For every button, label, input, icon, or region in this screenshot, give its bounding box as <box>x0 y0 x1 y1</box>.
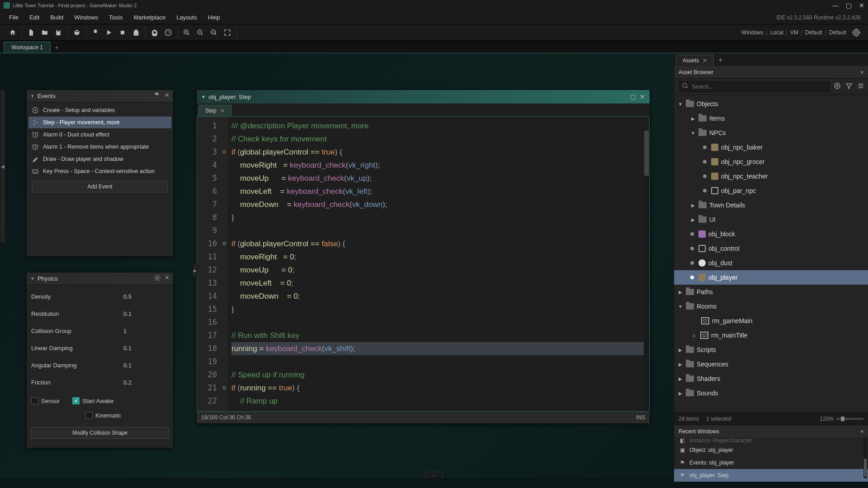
recent-item-events[interactable]: ⚑Events: obj_player <box>674 456 868 469</box>
save-icon[interactable] <box>53 27 64 38</box>
tree-obj-player[interactable]: obj_player <box>674 270 868 285</box>
menu-icon[interactable] <box>857 82 864 91</box>
home-icon[interactable] <box>7 27 18 38</box>
physics-linear-value[interactable]: 0.1 <box>123 345 169 352</box>
tab-close-icon[interactable]: ✕ <box>703 57 707 64</box>
close-button[interactable]: ✕ <box>859 2 864 9</box>
modify-collision-button[interactable]: Modify Collision Shape <box>31 427 169 439</box>
maximize-button[interactable]: ▢ <box>846 2 852 9</box>
chevron-down-icon[interactable]: ▾ <box>861 69 863 75</box>
bottom-panel-handle[interactable]: ︿ <box>425 472 443 478</box>
tree-scripts[interactable]: ▶Scripts <box>674 343 868 357</box>
tree-npcs[interactable]: ▼NPCs <box>674 126 868 140</box>
target-config[interactable]: Windows| Local| VM| Default| Default <box>741 28 864 37</box>
close-icon[interactable]: ✕ <box>165 274 170 283</box>
physics-restitution-value[interactable]: 0.1 <box>123 310 169 317</box>
menu-tools[interactable]: Tools <box>104 12 128 23</box>
menu-build[interactable]: Build <box>45 12 69 23</box>
tree-npc-teacher[interactable]: obj_npc_teacher <box>674 169 868 183</box>
code-editor-body[interactable]: ▶ 12345678910111213141516171819202122 ⊟⊟… <box>197 116 650 412</box>
tree-objects[interactable]: ▼Objects <box>674 97 868 111</box>
tree-obj-block[interactable]: obj_block <box>674 227 868 241</box>
fold-gutter[interactable]: ⊟⊟⊟ <box>221 117 228 411</box>
tree-rm-maintitle[interactable]: ⌂rm_mainTitle <box>674 328 868 343</box>
workspace-tab-1[interactable]: Workspace 1 <box>4 42 51 53</box>
package-icon[interactable] <box>71 27 82 38</box>
physics-friction-value[interactable]: 0.2 <box>123 379 169 386</box>
physics-panel-header[interactable]: ▼ Physics ✕ <box>27 272 173 285</box>
tree-town-details[interactable]: ▶Town Details <box>674 198 868 212</box>
tree-obj-control[interactable]: obj_control <box>674 241 868 256</box>
kinematic-checkbox[interactable]: Kinematic <box>85 412 121 419</box>
left-panel-handle[interactable]: ◀ <box>0 89 5 243</box>
recent-scrollbar[interactable] <box>863 437 867 478</box>
menu-help[interactable]: Help <box>203 12 226 23</box>
event-item-create[interactable]: Create - Setup and variables <box>28 104 171 116</box>
recent-item-instance[interactable]: ◧Instance: PlayerCharacter <box>674 437 868 444</box>
code-editor-header[interactable]: ▼ obj_player: Step ▢ ✕ <box>197 90 650 103</box>
event-item-alarm1[interactable]: Alarm 1 - Remove items when appropriate <box>28 141 171 153</box>
event-item-keypress[interactable]: Key Press - Space - Context-sensitive ac… <box>28 165 171 177</box>
add-asset-icon[interactable] <box>834 82 841 91</box>
menu-edit[interactable]: Edit <box>24 12 45 23</box>
stop-icon[interactable] <box>117 27 128 38</box>
physics-angular-value[interactable]: 0.1 <box>123 362 169 369</box>
tree-npc-baker[interactable]: obj_npc_baker <box>674 140 868 155</box>
close-icon[interactable]: ✕ <box>640 93 645 100</box>
tree-npc-grocer[interactable]: obj_npc_grocer <box>674 155 868 169</box>
tab-close-icon[interactable]: ✕ <box>220 108 225 114</box>
start-awake-checkbox[interactable]: Start Awake <box>72 397 113 404</box>
event-item-draw[interactable]: Draw - Draw player and shadow <box>28 153 171 165</box>
sensor-checkbox[interactable]: Sensor <box>31 397 60 404</box>
settings-icon[interactable] <box>149 27 160 38</box>
tree-paths[interactable]: ▶Paths <box>674 285 868 299</box>
new-file-icon[interactable] <box>26 27 37 38</box>
open-folder-icon[interactable] <box>39 27 50 38</box>
close-icon[interactable]: ✕ <box>165 92 170 100</box>
flag-icon[interactable] <box>154 92 161 100</box>
event-item-alarm0[interactable]: Alarm 0 - Dust cloud effect <box>28 129 171 141</box>
tree-sounds[interactable]: ▶Sounds <box>674 386 868 400</box>
help-icon[interactable]: ? <box>163 27 174 38</box>
play-icon[interactable] <box>104 27 114 38</box>
tree-items[interactable]: ▶Items <box>674 111 868 126</box>
zoom-reset-icon[interactable]: 1:1 <box>208 27 219 38</box>
tree-shaders[interactable]: ▶Shaders <box>674 371 868 386</box>
assets-tab-add[interactable]: + <box>714 54 727 66</box>
code-content[interactable]: /// @description Player movement, more//… <box>228 117 649 411</box>
menu-layouts[interactable]: Layouts <box>171 12 203 23</box>
zoom-slider[interactable] <box>836 418 863 420</box>
gear-icon[interactable] <box>154 274 161 283</box>
zoom-in-icon[interactable] <box>181 27 192 38</box>
search-input[interactable] <box>692 84 827 90</box>
tree-ui[interactable]: ▶UI <box>674 212 868 227</box>
menu-windows[interactable]: Windows <box>69 12 104 23</box>
expand-icon[interactable] <box>222 27 233 38</box>
add-event-button[interactable]: Add Event <box>32 181 168 192</box>
minimize-button[interactable]: — <box>832 2 839 9</box>
workspace-tab-add[interactable]: + <box>51 42 63 53</box>
tree-sequences[interactable]: ▶Sequences <box>674 357 868 371</box>
tree-rm-gamemain[interactable]: rm_gameMain <box>674 314 868 328</box>
code-scrollbar[interactable] <box>644 130 649 410</box>
code-tab-step[interactable]: Step ✕ <box>198 105 231 116</box>
recent-windows-header[interactable]: Recent Windows ▾ <box>674 425 868 437</box>
menu-file[interactable]: File <box>4 12 24 23</box>
asset-browser-header[interactable]: Asset Browser ▾ <box>674 66 868 79</box>
tree-rooms[interactable]: ▼Rooms <box>674 299 868 314</box>
maximize-icon[interactable]: ▢ <box>630 93 636 100</box>
tree-par-npc[interactable]: obj_par_npc <box>674 183 868 198</box>
recent-item-object[interactable]: ▣Object: obj_player <box>674 444 868 456</box>
code-side-handle[interactable]: ▶ <box>193 264 197 277</box>
clean-icon[interactable] <box>131 27 142 38</box>
filter-icon[interactable] <box>845 82 853 91</box>
chevron-down-icon[interactable]: ▾ <box>861 428 863 435</box>
events-panel-header[interactable]: ▼ Events ✕ <box>27 90 173 103</box>
debug-icon[interactable] <box>90 27 101 38</box>
menu-marketplace[interactable]: Marketplace <box>128 12 171 23</box>
assets-tab[interactable]: Assets ✕ <box>676 55 714 66</box>
recent-item-step[interactable]: ⚑obj_player: Step <box>674 469 868 482</box>
event-item-step[interactable]: Step - Player movement, more <box>28 117 171 128</box>
physics-collision-value[interactable]: 1 <box>123 328 169 334</box>
zoom-out-icon[interactable] <box>195 27 206 38</box>
